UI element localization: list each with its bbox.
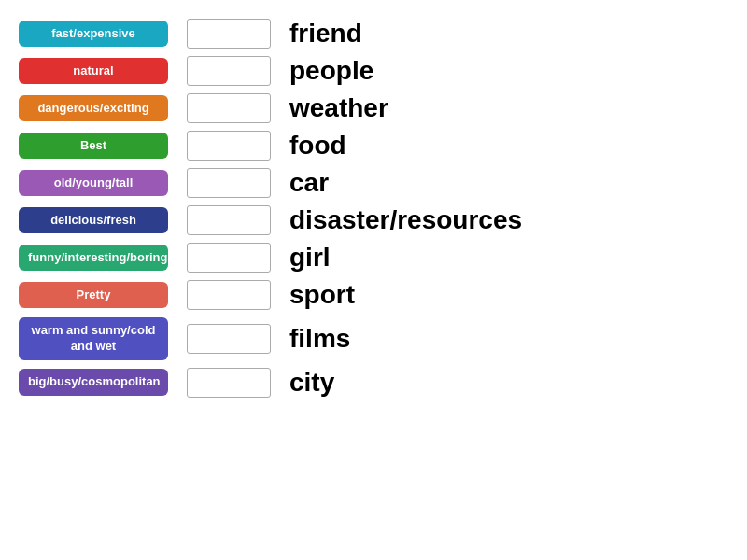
word-label-delicious-fresh: disaster/resources	[289, 205, 522, 235]
matching-row: dangerous/excitingweather	[19, 93, 728, 123]
word-label-funny-interesting-boring: girl	[289, 243, 331, 273]
label-btn-pretty[interactable]: Pretty	[19, 282, 168, 309]
label-btn-old-young-tall[interactable]: old/young/tall	[19, 170, 168, 197]
matching-row: big/busy/cosmopolitancity	[19, 368, 728, 398]
answer-input-funny-interesting-boring[interactable]	[187, 243, 271, 273]
word-label-best: food	[289, 131, 346, 161]
label-btn-warm-sunny[interactable]: warm and sunny/cold and wet	[19, 317, 168, 360]
word-label-old-young-tall: car	[289, 168, 329, 198]
word-label-natural: people	[289, 56, 374, 86]
matching-row: Prettysport	[19, 280, 728, 310]
answer-input-warm-sunny[interactable]	[187, 324, 271, 354]
word-label-warm-sunny: films	[289, 324, 350, 354]
answer-input-old-young-tall[interactable]	[187, 168, 271, 198]
label-btn-best[interactable]: Best	[19, 133, 168, 160]
word-label-dangerous-exciting: weather	[289, 93, 388, 123]
word-label-big-busy-cosmopolitan: city	[289, 368, 334, 398]
matching-exercise: fast/expensivefriendnaturalpeopledangero…	[19, 19, 728, 398]
answer-input-natural[interactable]	[187, 56, 271, 86]
matching-row: funny/interesting/boringgirl	[19, 243, 728, 273]
label-btn-natural[interactable]: natural	[19, 58, 168, 85]
label-btn-funny-interesting-boring[interactable]: funny/interesting/boring	[19, 245, 168, 272]
answer-input-fast-expensive[interactable]	[187, 19, 271, 49]
answer-input-dangerous-exciting[interactable]	[187, 93, 271, 123]
label-btn-big-busy-cosmopolitan[interactable]: big/busy/cosmopolitan	[19, 369, 168, 396]
matching-row: Bestfood	[19, 131, 728, 161]
answer-input-big-busy-cosmopolitan[interactable]	[187, 368, 271, 398]
label-btn-fast-expensive[interactable]: fast/expensive	[19, 21, 168, 48]
answer-input-best[interactable]	[187, 131, 271, 161]
label-btn-dangerous-exciting[interactable]: dangerous/exciting	[19, 95, 168, 122]
matching-row: fast/expensivefriend	[19, 19, 728, 49]
matching-row: old/young/tallcar	[19, 168, 728, 198]
label-btn-delicious-fresh[interactable]: delicious/fresh	[19, 207, 168, 234]
matching-row: delicious/freshdisaster/resources	[19, 205, 728, 235]
matching-row: warm and sunny/cold and wetfilms	[19, 317, 728, 360]
answer-input-pretty[interactable]	[187, 280, 271, 310]
word-label-pretty: sport	[289, 280, 355, 310]
matching-row: naturalpeople	[19, 56, 728, 86]
answer-input-delicious-fresh[interactable]	[187, 205, 271, 235]
word-label-fast-expensive: friend	[289, 19, 362, 49]
